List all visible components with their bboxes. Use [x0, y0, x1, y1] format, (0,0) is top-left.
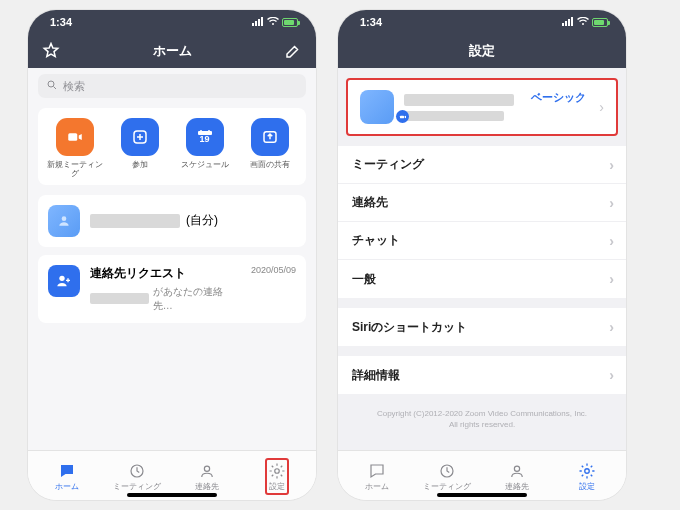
chevron-right-icon: ›: [599, 99, 604, 115]
tab-label: 連絡先: [505, 482, 529, 492]
svg-rect-0: [252, 23, 254, 26]
contact-request-subtitle: があなたの連絡先…: [153, 285, 241, 313]
tab-home[interactable]: ホーム: [342, 462, 412, 492]
svg-rect-3: [261, 17, 263, 26]
chevron-right-icon: ›: [609, 271, 614, 287]
settings-item-label: 一般: [352, 271, 376, 288]
gear-icon: [578, 462, 596, 480]
plan-badge: ベーシック: [531, 90, 586, 105]
tab-settings[interactable]: 設定: [552, 462, 622, 492]
svg-rect-21: [400, 115, 404, 118]
header: ホーム: [28, 34, 316, 68]
clock: 1:34: [360, 16, 382, 28]
chevron-right-icon: ›: [609, 195, 614, 211]
svg-point-15: [204, 466, 209, 471]
copyright-line: All rights reserved.: [350, 419, 614, 430]
video-icon: [56, 118, 94, 156]
chevron-right-icon: ›: [609, 157, 614, 173]
new-meeting-button[interactable]: 新規ミーティング: [45, 118, 105, 179]
settings-section-1: ミーティング › 連絡先 › チャット › 一般 ›: [338, 146, 626, 298]
phone-settings: 1:34 設定 ベーシック › ミーティング ›: [338, 10, 626, 500]
schedule-button[interactable]: 19 スケジュール: [175, 118, 235, 179]
phone-home: 1:34 ホーム 検索: [28, 10, 316, 500]
contacts-icon: [198, 462, 216, 480]
page-title: 設定: [469, 42, 495, 60]
contact-request-date: 2020/05/09: [251, 265, 296, 275]
settings-item-chat[interactable]: チャット ›: [338, 222, 626, 260]
avatar: [360, 90, 394, 124]
tab-label: 設定: [269, 482, 285, 492]
tab-meeting[interactable]: ミーティング: [412, 462, 482, 492]
contact-request-icon: [48, 265, 80, 297]
clock-icon: [438, 462, 456, 480]
search-input[interactable]: 検索: [38, 74, 306, 98]
profile-row[interactable]: ベーシック ›: [346, 78, 618, 136]
action-label: 画面の共有: [250, 161, 290, 170]
svg-rect-6: [68, 133, 77, 141]
self-label: (自分): [186, 212, 218, 229]
chevron-right-icon: ›: [609, 233, 614, 249]
svg-point-24: [585, 468, 590, 473]
svg-rect-20: [571, 17, 573, 26]
chat-bubble-icon: [368, 462, 386, 480]
settings-item-contacts[interactable]: 連絡先 ›: [338, 184, 626, 222]
tab-meeting[interactable]: ミーティング: [102, 462, 172, 492]
redacted-name: [90, 293, 149, 304]
compose-icon[interactable]: [284, 42, 302, 60]
tab-contacts[interactable]: 連絡先: [172, 462, 242, 492]
settings-section-3: 詳細情報 ›: [338, 356, 626, 394]
settings-item-general[interactable]: 一般 ›: [338, 260, 626, 298]
contacts-icon: [508, 462, 526, 480]
action-label: 新規ミーティング: [45, 161, 105, 179]
status-bar: 1:34: [28, 10, 316, 34]
redacted-name: [404, 94, 514, 106]
svg-rect-10: [208, 130, 210, 133]
settings-item-label: チャット: [352, 232, 400, 249]
redacted-email: [404, 111, 504, 121]
tab-label: ミーティング: [113, 482, 161, 492]
star-icon[interactable]: [42, 42, 60, 60]
tab-home[interactable]: ホーム: [32, 462, 102, 492]
svg-rect-1: [255, 21, 257, 26]
copyright-line: Copyright (C)2012-2020 Zoom Video Commun…: [350, 408, 614, 419]
tab-contacts[interactable]: 連絡先: [482, 462, 552, 492]
contact-request-row[interactable]: 連絡先リクエスト があなたの連絡先… 2020/05/09: [38, 255, 306, 323]
tab-label: ミーティング: [423, 482, 471, 492]
settings-item-details[interactable]: 詳細情報 ›: [338, 356, 626, 394]
chevron-right-icon: ›: [609, 367, 614, 383]
plus-icon: [121, 118, 159, 156]
action-label: スケジュール: [181, 161, 229, 170]
svg-point-12: [62, 216, 67, 221]
settings-item-label: 連絡先: [352, 194, 388, 211]
wifi-icon: [267, 16, 279, 28]
svg-rect-2: [258, 19, 260, 26]
gear-icon: [268, 462, 286, 480]
svg-point-4: [48, 81, 54, 87]
home-indicator: [127, 493, 217, 497]
status-indicators: [252, 16, 298, 28]
settings-body: ベーシック › ミーティング › 連絡先 › チャット › 一般 › Si: [338, 68, 626, 450]
battery-icon: [282, 18, 298, 27]
svg-rect-19: [568, 19, 570, 26]
share-screen-button[interactable]: 画面の共有: [240, 118, 300, 179]
tab-settings[interactable]: 設定: [242, 458, 312, 495]
wifi-icon: [577, 16, 589, 28]
status-bar: 1:34: [338, 10, 626, 34]
svg-point-16: [275, 469, 280, 474]
upload-icon: [251, 118, 289, 156]
svg-rect-17: [562, 23, 564, 26]
search-icon: [46, 79, 58, 93]
self-row[interactable]: (自分): [38, 195, 306, 247]
clock: 1:34: [50, 16, 72, 28]
quick-actions: 新規ミーティング 参加 19 スケジュール 画面の共有: [38, 108, 306, 185]
join-button[interactable]: 参加: [110, 118, 170, 179]
settings-item-siri[interactable]: Siriのショートカット ›: [338, 308, 626, 346]
tab-label: ホーム: [55, 482, 79, 492]
calendar-date: 19: [199, 134, 209, 144]
chat-bubble-icon: [58, 462, 76, 480]
clock-icon: [128, 462, 146, 480]
action-label: 参加: [132, 161, 148, 170]
home-indicator: [437, 493, 527, 497]
tab-label: 連絡先: [195, 482, 219, 492]
settings-item-meeting[interactable]: ミーティング ›: [338, 146, 626, 184]
